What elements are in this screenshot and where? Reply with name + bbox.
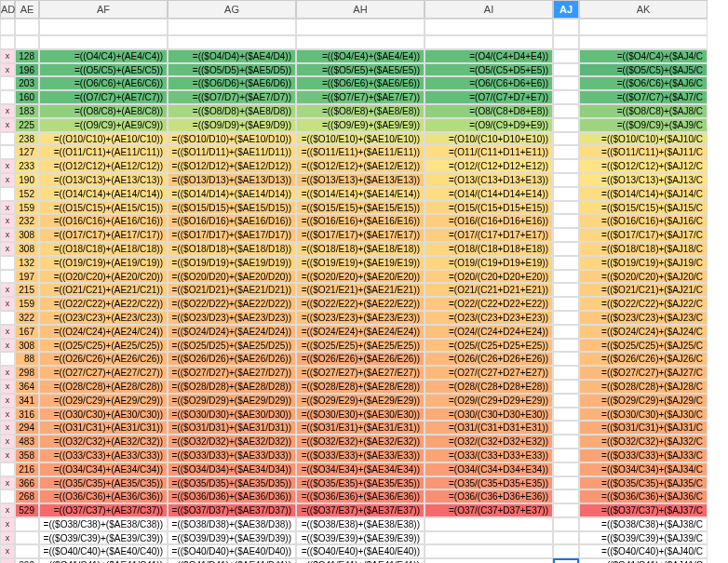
- cell-ah[interactable]: =(($O11/E11)+($AE11/E11)): [296, 145, 425, 159]
- cell-ag[interactable]: =(($O18/D18)+($AE18/D18)): [168, 242, 296, 256]
- cell-ad[interactable]: [0, 90, 15, 104]
- cell-ag[interactable]: =(($O6/D6)+($AE6/D6)): [168, 76, 296, 90]
- cell-ai[interactable]: =(O9/(C9+D9+E9)): [425, 118, 553, 132]
- cell-ah[interactable]: =(($O21/E21)+($AE21/E21)): [296, 283, 425, 297]
- cell-aj[interactable]: [553, 339, 579, 353]
- cell-af[interactable]: =(($O41/C41)+($AE41/C41)): [39, 558, 168, 563]
- cell-af[interactable]: =((O29/C29)+(AE29/C29)): [39, 394, 168, 408]
- cell-ak[interactable]: =(($O15/C15)+($AJ15/C: [579, 201, 708, 215]
- cell-aj[interactable]: [553, 421, 579, 435]
- cell-ad[interactable]: [0, 270, 15, 284]
- cell-ai[interactable]: =(O14/(C14+D14+E14)): [425, 187, 553, 201]
- cell-ai[interactable]: =(O37/(C37+D37+E37)): [425, 503, 553, 517]
- cell-ah[interactable]: =(($O24/E24)+($AE24/E24)): [296, 325, 425, 339]
- cell-ai[interactable]: =(O35/(C35+D35+E35)): [425, 476, 553, 490]
- cell-ah[interactable]: =(($O33/E33)+($AE33/E33)): [296, 449, 425, 462]
- cell-af[interactable]: =((O34/C34)+(AE34/C34)): [39, 462, 168, 476]
- cell-ae[interactable]: 167: [15, 325, 39, 339]
- cell-aj[interactable]: [553, 283, 579, 297]
- cell-ae[interactable]: 358: [15, 449, 39, 462]
- cell-ad[interactable]: x: [0, 228, 15, 242]
- cell-ad[interactable]: x: [0, 173, 15, 187]
- cell-ae[interactable]: [15, 531, 39, 545]
- cell-ai[interactable]: =(O24/(C24+D24+E24)): [425, 325, 553, 339]
- cell-ad[interactable]: x: [0, 159, 15, 173]
- column-header-ae[interactable]: AE: [15, 0, 39, 19]
- cell-ad[interactable]: x: [0, 49, 15, 63]
- cell-ag[interactable]: =(($O36/D36)+($AE36/D36)): [168, 489, 296, 503]
- cell-ak[interactable]: =(($O17/C17)+($AJ17/C: [579, 228, 708, 242]
- cell-ak[interactable]: =(($O22/C22)+($AJ22/C: [579, 297, 708, 311]
- cell-ak[interactable]: =(($O18/C18)+($AJ18/C: [579, 242, 708, 256]
- cell-ah[interactable]: =(($O17/E17)+($AE17/E17)): [296, 228, 425, 242]
- column-header-af[interactable]: AF: [39, 0, 168, 19]
- cell-aj[interactable]: [553, 104, 579, 118]
- cell-aj[interactable]: [553, 544, 579, 558]
- cell-ae[interactable]: 341: [15, 394, 39, 408]
- cell-ak[interactable]: =(($O23/C23)+($AJ23/C: [579, 311, 708, 325]
- cell-af[interactable]: =((O22/C22)+(AE22/C22)): [39, 297, 168, 311]
- cell-ae[interactable]: 232: [15, 214, 39, 228]
- cell-ad[interactable]: x: [0, 476, 15, 490]
- cell-ae[interactable]: 215: [15, 283, 39, 297]
- cell-ah[interactable]: =(($O22/E22)+($AE22/E22)): [296, 297, 425, 311]
- cell-aj[interactable]: [553, 435, 579, 449]
- cell-ai[interactable]: =(O18/(C18+D18+E18)): [425, 242, 553, 256]
- cell-ak[interactable]: =(($O16/C16)+($AJ16/C: [579, 214, 708, 228]
- cell-aj[interactable]: [553, 489, 579, 503]
- cell-ak[interactable]: [579, 35, 708, 49]
- cell-ae[interactable]: 233: [15, 159, 39, 173]
- cell-aj[interactable]: [553, 311, 579, 325]
- cell-ad[interactable]: x: [0, 380, 15, 394]
- cell-af[interactable]: =((O6/C6)+(AE6/C6)): [39, 76, 168, 90]
- cell-ad[interactable]: x: [0, 421, 15, 435]
- cell-ak[interactable]: =(($O27/C27)+($AJ27/C: [579, 366, 708, 380]
- cell-ad[interactable]: x: [0, 297, 15, 311]
- cell-ae[interactable]: 132: [15, 256, 39, 270]
- cell-ai[interactable]: =(O26/(C26+D26+E26)): [425, 352, 553, 366]
- cell-ai[interactable]: =(O19/(C19+D19+E19)): [425, 256, 553, 270]
- cell-af[interactable]: =((O37/C37)+(AE37/C37)): [39, 503, 168, 517]
- cell-af[interactable]: =((O14/C14)+(AE14/C14)): [39, 187, 168, 201]
- cell-ak[interactable]: =(($O37/C37)+($AJ37/C: [579, 503, 708, 517]
- cell-ae[interactable]: 128: [15, 49, 39, 63]
- cell-ah[interactable]: =(($O28/E28)+($AE28/E28)): [296, 380, 425, 394]
- cell-ag[interactable]: =(($O30/D30)+($AE30/D30)): [168, 408, 296, 422]
- cell-ag[interactable]: =(($O23/D23)+($AE23/D23)): [168, 311, 296, 325]
- cell-af[interactable]: =((O5/C5)+(AE5/C5)): [39, 63, 168, 77]
- cell-af[interactable]: =((O15/C15)+(AE15/C15)): [39, 201, 168, 215]
- cell-af[interactable]: =(($O39/C39)+($AE39/C39)): [39, 531, 168, 545]
- cell-ad[interactable]: [0, 462, 15, 476]
- cell-ae[interactable]: 159: [15, 201, 39, 215]
- cell-af[interactable]: =((O35/C35)+(AE35/C35)): [39, 476, 168, 490]
- cell-ai[interactable]: =(O5/(C5+D5+E5)): [425, 63, 553, 77]
- cell-aj[interactable]: [553, 35, 579, 49]
- cell-ag[interactable]: =(($O14/D14)+($AE14/D14)): [168, 187, 296, 201]
- cell-ae[interactable]: 366: [15, 476, 39, 490]
- cell-ag[interactable]: =(($O28/D28)+($AE28/D28)): [168, 380, 296, 394]
- cell-af[interactable]: =(($O38/C38)+($AE38/C38)): [39, 517, 168, 531]
- cell-ah[interactable]: =(($O25/E25)+($AE25/E25)): [296, 339, 425, 353]
- cell-ad[interactable]: x: [0, 242, 15, 256]
- cell-ak[interactable]: =(($O7/C7)+($AJ7/C: [579, 90, 708, 104]
- cell-ak[interactable]: =(($O21/C21)+($AJ21/C: [579, 283, 708, 297]
- empty-cell[interactable]: [296, 19, 425, 35]
- cell-ai[interactable]: =(O32/(C32+D32+E32)): [425, 435, 553, 449]
- cell-ag[interactable]: [168, 35, 296, 49]
- cell-af[interactable]: =((O16/C16)+(AE16/C16)): [39, 214, 168, 228]
- cell-ag[interactable]: =(($O24/D24)+($AE24/D24)): [168, 325, 296, 339]
- column-header-aj[interactable]: AJ: [553, 0, 579, 19]
- cell-ah[interactable]: =(($O35/E35)+($AE35/E35)): [296, 476, 425, 490]
- cell-ak[interactable]: =(($O35/C35)+($AJ35/C: [579, 476, 708, 490]
- cell-ag[interactable]: =(($O29/D29)+($AE29/D29)): [168, 394, 296, 408]
- cell-ak[interactable]: =(($O24/C24)+($AJ24/C: [579, 325, 708, 339]
- cell-ah[interactable]: =(($O26/E26)+($AE26/E26)): [296, 352, 425, 366]
- cell-ae[interactable]: 152: [15, 187, 39, 201]
- cell-ah[interactable]: =(($O19/E19)+($AE19/E19)): [296, 256, 425, 270]
- cell-aj[interactable]: [553, 558, 579, 563]
- cell-ag[interactable]: =(($O9/D9)+($AE9/D9)): [168, 118, 296, 132]
- cell-ag[interactable]: =(($O39/D39)+($AE39/D39)): [168, 531, 296, 545]
- cell-ad[interactable]: x: [0, 435, 15, 449]
- cell-ad[interactable]: [0, 145, 15, 159]
- cell-ah[interactable]: =(($O4/E4)+($AE4/E4)): [296, 49, 425, 63]
